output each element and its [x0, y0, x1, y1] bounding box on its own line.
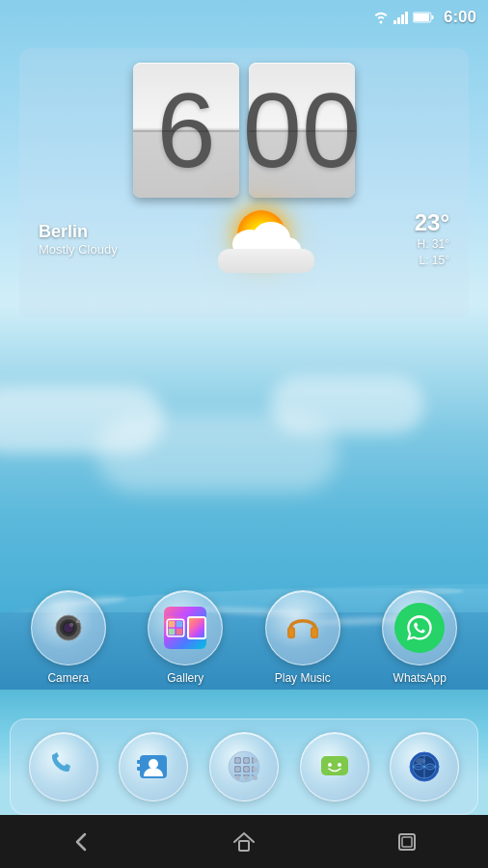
app-play-music[interactable]: Play Music — [265, 590, 340, 685]
svg-rect-0 — [393, 20, 396, 24]
svg-rect-17 — [176, 621, 182, 627]
weather-section: Berlin Mostly Cloudy 23° H: 31° L: 15° — [29, 198, 459, 273]
weather-icon — [208, 205, 324, 273]
svg-rect-13 — [76, 620, 80, 623]
svg-point-39 — [244, 758, 249, 763]
temp-hi-lo: H: 31° L: 15° — [415, 236, 449, 269]
low-value: 15° — [432, 254, 449, 267]
browser-icon — [405, 747, 444, 786]
back-icon — [68, 828, 95, 855]
play-music-label: Play Music — [275, 671, 331, 685]
camera-icon — [47, 607, 90, 649]
cloud-icon — [218, 234, 314, 273]
svg-rect-27 — [137, 767, 141, 771]
dock-all-apps[interactable] — [209, 732, 279, 801]
svg-rect-23 — [312, 629, 316, 637]
svg-point-44 — [235, 775, 240, 780]
whatsapp-icon — [394, 603, 445, 653]
svg-point-41 — [235, 767, 240, 772]
gallery-label: Gallery — [167, 671, 203, 685]
whatsapp-label: WhatsApp — [393, 671, 447, 685]
phone-icon — [46, 749, 81, 784]
svg-point-40 — [253, 758, 258, 763]
weather-temperature: 23° H: 31° L: 15° — [415, 209, 449, 269]
app-grid: Camera — [0, 581, 488, 690]
city-name: Berlin — [39, 222, 118, 242]
current-temp: 23° — [415, 209, 449, 236]
home-icon — [230, 828, 258, 855]
gallery-svg — [164, 613, 187, 642]
recents-button[interactable] — [378, 825, 436, 859]
high-label: H: — [418, 237, 429, 251]
svg-point-12 — [64, 623, 73, 633]
svg-rect-18 — [169, 629, 175, 635]
app-whatsapp[interactable]: WhatsApp — [382, 590, 457, 685]
status-time: 6:00 — [444, 8, 476, 27]
battery-icon — [413, 12, 434, 23]
svg-rect-2 — [401, 14, 404, 24]
svg-rect-26 — [137, 760, 141, 764]
bottom-dock — [10, 719, 478, 815]
contacts-icon — [135, 748, 172, 785]
headphones-icon — [281, 606, 325, 650]
clock-widget: 6 00 Berlin Mostly Cloudy 23° H: 31° L — [19, 48, 469, 318]
svg-point-25 — [149, 759, 158, 769]
dock-messages[interactable] — [300, 732, 369, 801]
weather-info: Berlin Mostly Cloudy — [39, 222, 118, 257]
svg-point-55 — [416, 758, 425, 764]
dock-contacts[interactable] — [119, 732, 188, 801]
clock-minute: 00 — [249, 63, 355, 198]
svg-rect-37 — [252, 774, 254, 776]
app-gallery[interactable]: Gallery — [148, 590, 223, 685]
flip-clock: 6 00 — [29, 63, 459, 198]
low-label: L: — [419, 254, 428, 267]
recents-icon — [393, 828, 420, 855]
wifi-icon — [372, 11, 390, 24]
dock-browser[interactable] — [390, 732, 459, 801]
signal-icon — [393, 11, 409, 24]
svg-rect-47 — [321, 756, 348, 775]
svg-rect-56 — [239, 841, 249, 851]
svg-rect-5 — [414, 14, 429, 21]
camera-icon-circle[interactable] — [31, 590, 106, 665]
whatsapp-icon-circle[interactable] — [382, 590, 457, 665]
svg-point-45 — [244, 775, 249, 780]
messages-icon — [316, 748, 353, 785]
back-button[interactable] — [52, 825, 110, 859]
svg-point-43 — [253, 767, 258, 772]
svg-rect-6 — [431, 15, 433, 19]
apps-grid-icon — [226, 748, 262, 785]
svg-rect-58 — [402, 837, 412, 847]
home-button[interactable] — [215, 825, 273, 859]
gallery-icon — [164, 607, 206, 649]
navigation-bar — [0, 815, 488, 868]
svg-point-49 — [338, 763, 341, 767]
gallery-icon-circle[interactable] — [148, 590, 223, 665]
whatsapp-svg — [404, 612, 435, 643]
svg-point-42 — [244, 767, 249, 772]
clock-hour: 6 — [133, 63, 239, 198]
svg-point-48 — [328, 763, 332, 767]
svg-rect-22 — [288, 629, 293, 637]
status-bar: 6:00 — [0, 0, 488, 35]
camera-label: Camera — [47, 671, 89, 685]
svg-point-46 — [253, 775, 258, 780]
high-value: 31° — [432, 237, 449, 251]
app-camera[interactable]: Camera — [31, 590, 106, 685]
svg-rect-16 — [169, 621, 175, 627]
svg-rect-3 — [405, 12, 408, 24]
svg-rect-1 — [397, 17, 400, 24]
play-music-icon-circle[interactable] — [265, 590, 340, 665]
svg-point-38 — [235, 758, 240, 763]
svg-rect-19 — [176, 629, 182, 635]
dock-phone[interactable] — [29, 732, 98, 801]
weather-description: Mostly Cloudy — [39, 242, 118, 257]
